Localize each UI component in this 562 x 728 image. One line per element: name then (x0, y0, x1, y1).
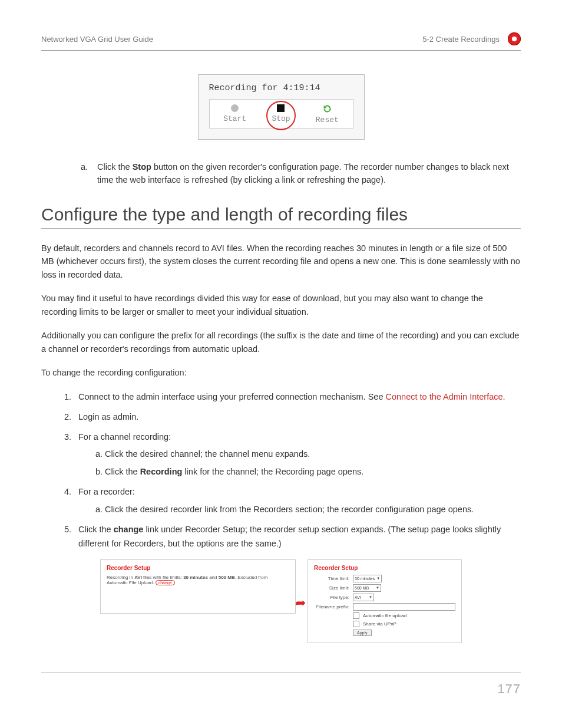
bold-text: Stop (133, 162, 151, 172)
list-item: For a recorder: Click the desired record… (74, 485, 521, 517)
arrow-icon: ➦ (295, 595, 306, 611)
page-header: Networked VGA Grid User Guide 5-2 Create… (41, 32, 521, 50)
caret-down-icon: ▼ (376, 585, 379, 591)
reset-label: Reset (316, 116, 339, 124)
text: . (503, 392, 505, 401)
list-item: Click the desired recorder link from the… (105, 503, 521, 517)
checkbox-label: Share via UPnP (363, 621, 396, 627)
footer-rule (41, 673, 521, 673)
text: Connect to the admin interface using you… (78, 392, 385, 401)
panel-title: Recorder Setup (314, 565, 455, 571)
file-type-row: File type: AVI▼ (314, 594, 455, 601)
bold-text: Recording (140, 467, 183, 476)
sub-step-list: a. Click the Stop button on the given re… (41, 160, 521, 187)
admin-interface-link[interactable]: Connect to the Admin Interface (385, 392, 503, 401)
bold-text: change (114, 525, 144, 534)
text: files with file limits: (142, 575, 183, 580)
list-item: For a channel recording: Click the desir… (74, 430, 521, 480)
heading-rule (41, 228, 521, 229)
text: button on the given recorder's configura… (97, 162, 509, 185)
field-label: Time limit: (314, 576, 349, 581)
select-value: AVI (355, 594, 361, 601)
field-label: File type: (314, 595, 349, 600)
field-label: Filename prefix: (314, 604, 349, 610)
size-limit-row: Size limit: 500 MB▼ (314, 584, 455, 592)
header-right: 5-2 Create Recordings (422, 35, 500, 44)
list-item: Connect to the admin interface using you… (74, 390, 521, 404)
text: 30 minutes (183, 575, 208, 580)
start-button[interactable]: Start (219, 104, 252, 123)
recording-panel-figure: Recording for 4:19:14 Start Stop Reset (41, 74, 521, 140)
change-link[interactable]: change (156, 580, 175, 585)
caret-down-icon: ▼ (369, 594, 372, 601)
auto-upload-checkbox[interactable] (353, 612, 359, 619)
apply-row: Apply (353, 630, 455, 636)
recorder-setup-figures: Recorder Setup Recording in AVI files wi… (41, 559, 521, 643)
stop-button[interactable]: Stop (265, 104, 297, 123)
panel-title: Recorder Setup (107, 565, 289, 571)
list-item: Click the change link under Recorder Set… (74, 523, 521, 551)
section-heading: Configure the type and length of recordi… (41, 205, 521, 225)
paragraph: To change the recording configuration: (41, 366, 521, 379)
time-limit-select[interactable]: 30 minutes▼ (353, 575, 382, 582)
size-limit-select[interactable]: 500 MB▼ (353, 584, 381, 592)
filename-prefix-input[interactable] (353, 603, 455, 611)
text: For a channel recording: (78, 432, 171, 442)
text: link for the channel; the Recording page… (182, 467, 363, 476)
reset-button[interactable]: Reset (310, 104, 343, 124)
checkbox-label: Automatic file upload (363, 613, 406, 618)
text: Click the (97, 162, 133, 172)
recording-controls: Start Stop Reset (209, 99, 353, 129)
time-limit-row: Time limit: 30 minutes▼ (314, 575, 455, 582)
text: For a recorder: (78, 487, 135, 496)
recorder-setup-collapsed: Recorder Setup Recording in AVI files wi… (100, 559, 296, 614)
start-label: Start (223, 114, 246, 123)
header-left: Networked VGA Grid User Guide (41, 35, 153, 44)
select-value: 30 minutes (355, 575, 375, 582)
text: AVI (134, 575, 142, 580)
select-value: 500 MB (355, 585, 369, 591)
text: 500 MB (219, 575, 235, 580)
text: Click the (78, 525, 114, 534)
text: Recording in (107, 575, 134, 580)
stop-icon (277, 104, 285, 112)
auto-upload-row: Automatic file upload (353, 612, 455, 619)
instruction-list: Connect to the admin interface using you… (41, 390, 521, 551)
text: Click the (105, 467, 140, 476)
apply-button[interactable]: Apply (353, 630, 372, 636)
sub-list: Click the desired channel; the channel m… (78, 447, 521, 479)
list-item: Click the desired channel; the channel m… (105, 447, 521, 462)
recording-status-text: Recording for 4:19:14 (209, 83, 353, 93)
setup-summary-line: Recording in AVI files with file limits:… (107, 575, 289, 585)
list-item: Login as admin. (74, 410, 521, 424)
paragraph: You may find it useful to have recording… (41, 292, 521, 318)
list-marker: a. (81, 160, 88, 173)
reset-icon (323, 104, 332, 113)
caret-down-icon: ▼ (376, 575, 380, 582)
share-upnp-checkbox[interactable] (353, 621, 359, 627)
paragraph: Additionally you can configure the prefi… (41, 329, 521, 355)
sub-list: Click the desired recorder link from the… (78, 503, 521, 517)
header-rule (41, 50, 521, 51)
share-upnp-row: Share via UPnP (353, 621, 455, 627)
stop-label: Stop (272, 114, 290, 123)
page-number: 177 (41, 681, 521, 697)
sub-step-a: a. Click the Stop button on the given re… (97, 160, 521, 187)
file-type-select[interactable]: AVI▼ (353, 594, 374, 601)
record-icon (231, 104, 239, 112)
filename-prefix-row: Filename prefix: (314, 603, 455, 611)
field-label: Size limit: (314, 585, 349, 591)
text: and (208, 575, 219, 580)
recorder-setup-expanded: Recorder Setup Time limit: 30 minutes▼ S… (308, 559, 462, 643)
recording-panel: Recording for 4:19:14 Start Stop Reset (198, 74, 365, 140)
list-item: Click the Recording link for the channel… (105, 465, 521, 479)
paragraph: By default, recorders and channels recor… (41, 242, 521, 281)
brand-icon (508, 32, 521, 45)
